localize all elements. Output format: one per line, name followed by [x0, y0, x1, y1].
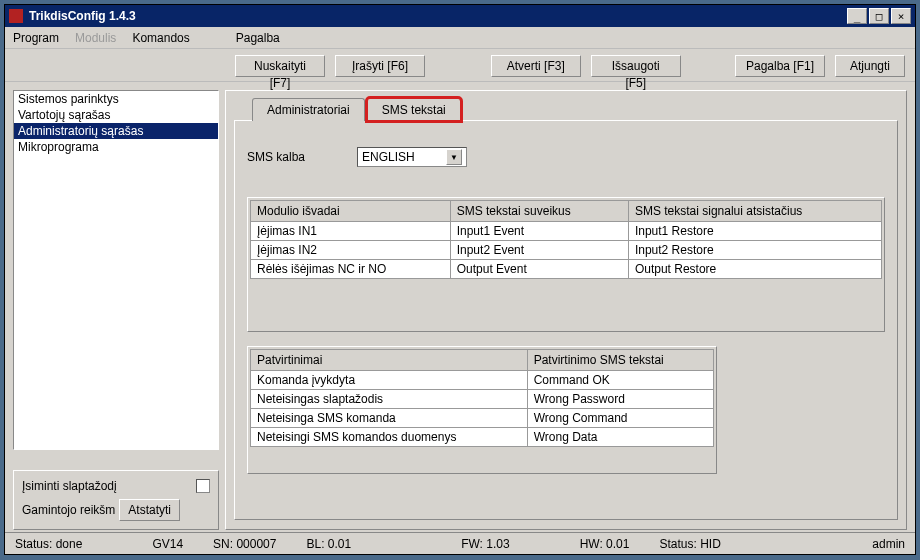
statusbar: Status: done GV14 SN: 000007 BL: 0.01 FW…	[5, 532, 915, 554]
close-button[interactable]: ×	[891, 8, 911, 24]
table-cell-label: Neteisingi SMS komandos duomenys	[251, 428, 528, 447]
menu-modulis: Modulis	[75, 31, 116, 45]
table-cell-label: Rėlės išėjimas NC ir NO	[251, 260, 451, 279]
table-cell-value[interactable]: Wrong Data	[527, 428, 713, 447]
titlebar: TrikdisConfig 1.4.3 _ □ ×	[5, 5, 915, 27]
confirm-sms-table: PatvirtinimaiPatvirtinimo SMS tekstaiKom…	[250, 349, 714, 447]
status-hid: Status: HID	[659, 537, 720, 551]
table-row: Rėlės išėjimas NC ir NOOutput EventOutpu…	[251, 260, 882, 279]
save-button[interactable]: Išsaugoti [F5]	[591, 55, 681, 77]
tabstrip: Administratoriai SMS tekstai	[252, 97, 898, 120]
table-header: SMS tekstai signalui atsistačius	[628, 201, 881, 222]
table-cell-label: Komanda įvykdyta	[251, 371, 528, 390]
reset-panel: Įsiminti slaptažodį Gamintojo reikšm Ats…	[13, 470, 219, 530]
table-cell-value[interactable]: Input1 Event	[450, 222, 628, 241]
write-button[interactable]: Įrašyti [F6]	[335, 55, 425, 77]
table-row: Neteisingi SMS komandos duomenysWrong Da…	[251, 428, 714, 447]
disconnect-button[interactable]: Atjungti	[835, 55, 905, 77]
window-title: TrikdisConfig 1.4.3	[29, 9, 136, 23]
table-cell-value[interactable]: Wrong Command	[527, 409, 713, 428]
app-icon	[9, 9, 23, 23]
help-button[interactable]: Pagalba [F1]	[735, 55, 825, 77]
table-cell-label: Neteisingas slaptažodis	[251, 390, 528, 409]
status-fw: FW: 1.03	[461, 537, 509, 551]
sidebar-tree[interactable]: Sistemos parinktysVartotojų sąrašasAdmin…	[13, 90, 219, 450]
menu-komandos[interactable]: Komandos	[132, 31, 189, 45]
status-chip: GV14	[152, 537, 183, 551]
table-row: Neteisinga SMS komandaWrong Command	[251, 409, 714, 428]
table-cell-value[interactable]: Output Restore	[628, 260, 881, 279]
toolbar: Nuskaityti [F7] Įrašyti [F6] Atverti [F3…	[5, 49, 915, 82]
menubar: Program Modulis Komandos Pagalba	[5, 27, 915, 49]
table-cell-label: Neteisinga SMS komanda	[251, 409, 528, 428]
sidebar-item[interactable]: Administratorių sąrašas	[14, 123, 218, 139]
table-row: Įėjimas IN1Input1 EventInput1 Restore	[251, 222, 882, 241]
minimize-button[interactable]: _	[847, 8, 867, 24]
table-row: Komanda įvykdytaCommand OK	[251, 371, 714, 390]
table-header: SMS tekstai suveikus	[450, 201, 628, 222]
table-cell-label: Įėjimas IN1	[251, 222, 451, 241]
sidebar-item[interactable]: Vartotojų sąrašas	[14, 107, 218, 123]
factory-label: Gamintojo reikšm	[22, 503, 115, 517]
close-icon: ×	[898, 10, 905, 23]
status-sn: SN: 000007	[213, 537, 276, 551]
table-cell-value[interactable]: Output Event	[450, 260, 628, 279]
status-label: Status: done	[15, 537, 82, 551]
status-user: admin	[872, 537, 905, 551]
table-cell-value[interactable]: Command OK	[527, 371, 713, 390]
table-header: Modulio išvadai	[251, 201, 451, 222]
status-bl: BL: 0.01	[306, 537, 351, 551]
reset-button[interactable]: Atstatyti	[119, 499, 180, 521]
status-hw: HW: 0.01	[580, 537, 630, 551]
table-cell-label: Įėjimas IN2	[251, 241, 451, 260]
io-sms-table-group: Modulio išvadaiSMS tekstai suveikusSMS t…	[247, 197, 885, 332]
tab-sms-texts[interactable]: SMS tekstai	[367, 98, 461, 121]
sms-language-value: ENGLISH	[362, 150, 446, 164]
table-cell-value[interactable]: Input1 Restore	[628, 222, 881, 241]
app-window: TrikdisConfig 1.4.3 _ □ × Program Moduli…	[4, 4, 916, 555]
menu-pagalba[interactable]: Pagalba	[236, 31, 280, 45]
main-panel: Administratoriai SMS tekstai SMS kalba E…	[225, 90, 907, 530]
sidebar-item[interactable]: Mikroprograma	[14, 139, 218, 155]
table-header: Patvirtinimo SMS tekstai	[527, 350, 713, 371]
table-cell-value[interactable]: Input2 Event	[450, 241, 628, 260]
minimize-icon: _	[854, 10, 861, 23]
menu-program[interactable]: Program	[13, 31, 59, 45]
remember-password-label: Įsiminti slaptažodį	[22, 479, 196, 493]
io-sms-table: Modulio išvadaiSMS tekstai suveikusSMS t…	[250, 200, 882, 279]
sidebar-item[interactable]: Sistemos parinktys	[14, 91, 218, 107]
read-button[interactable]: Nuskaityti [F7]	[235, 55, 325, 77]
table-row: Neteisingas slaptažodisWrong Password	[251, 390, 714, 409]
maximize-icon: □	[876, 10, 883, 23]
remember-password-checkbox[interactable]	[196, 479, 210, 493]
open-button[interactable]: Atverti [F3]	[491, 55, 581, 77]
tab-administrators[interactable]: Administratoriai	[252, 98, 365, 121]
chevron-down-icon: ▼	[446, 149, 462, 165]
sms-language-select[interactable]: ENGLISH ▼	[357, 147, 467, 167]
table-cell-value[interactable]: Input2 Restore	[628, 241, 881, 260]
table-cell-value[interactable]: Wrong Password	[527, 390, 713, 409]
maximize-button[interactable]: □	[869, 8, 889, 24]
table-header: Patvirtinimai	[251, 350, 528, 371]
table-row: Įėjimas IN2Input2 EventInput2 Restore	[251, 241, 882, 260]
sms-language-label: SMS kalba	[247, 150, 357, 164]
confirm-sms-table-group: PatvirtinimaiPatvirtinimo SMS tekstaiKom…	[247, 346, 717, 474]
tab-page-sms: SMS kalba ENGLISH ▼ Modulio išvadaiSMS t…	[234, 120, 898, 520]
